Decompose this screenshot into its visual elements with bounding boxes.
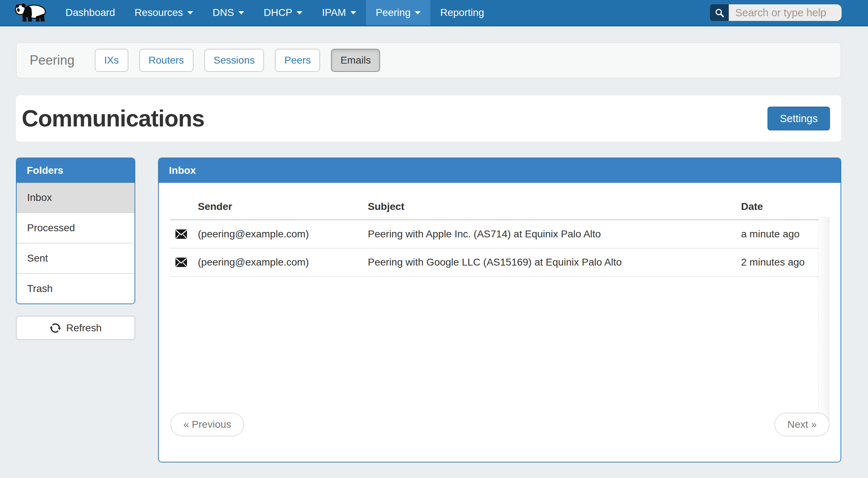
email-sender: (peering@example.com): [198, 220, 368, 248]
folder-item-inbox[interactable]: Inbox: [17, 183, 135, 212]
page-header-panel: Communications Settings: [16, 95, 841, 142]
folder-item-processed[interactable]: Processed: [17, 212, 135, 243]
nav-label: Peering: [376, 7, 411, 18]
toolbar-title: Peering: [30, 53, 75, 68]
refresh-button[interactable]: Refresh: [16, 316, 135, 340]
next-page-button[interactable]: Next »: [774, 413, 830, 436]
caret-down-icon: [297, 11, 302, 14]
caret-down-icon: [415, 11, 421, 14]
previous-page-button[interactable]: « Previous: [170, 413, 244, 436]
tab-routers[interactable]: Routers: [139, 49, 193, 72]
email-row[interactable]: (peering@example.com) Peering with Googl…: [170, 248, 820, 276]
email-table: Sender Subject Date: [170, 192, 820, 277]
column-sender: Sender: [198, 192, 368, 220]
folders-panel: Folders Inbox Processed Sent Trash: [16, 158, 135, 304]
peering-toolbar: Peering IXs Routers Sessions Peers Email…: [16, 42, 841, 78]
nav-item-ipam[interactable]: IPAM: [312, 0, 366, 25]
email-date: a minute ago: [741, 220, 820, 248]
nav-label: DHCP: [264, 7, 292, 18]
search-group: [710, 4, 842, 21]
caret-down-icon: [350, 11, 356, 14]
table-header-row: Sender Subject Date: [170, 192, 820, 220]
tab-peers[interactable]: Peers: [275, 49, 320, 72]
search-icon: [715, 8, 724, 18]
nav-label: Resources: [135, 7, 183, 18]
tab-sessions[interactable]: Sessions: [204, 49, 264, 72]
search-button[interactable]: [710, 4, 729, 21]
caret-down-icon: [238, 11, 244, 14]
top-navbar: Dashboard Resources DNS DHCP IPAM Peerin…: [0, 0, 868, 26]
email-icon-cell: [170, 220, 198, 248]
folder-item-trash[interactable]: Trash: [17, 273, 135, 303]
tab-emails[interactable]: Emails: [331, 49, 380, 72]
search-input[interactable]: [729, 4, 842, 21]
email-subject: Peering with Apple Inc. (AS714) at Equin…: [368, 220, 741, 248]
nav-item-reporting[interactable]: Reporting: [430, 0, 494, 25]
scrollbar-track[interactable]: [818, 217, 829, 426]
folder-item-sent[interactable]: Sent: [17, 243, 135, 273]
envelope-icon: [175, 258, 187, 267]
inbox-body: Sender Subject Date: [159, 183, 841, 462]
envelope-icon: [175, 229, 187, 239]
folders-panel-title: Folders: [17, 158, 135, 183]
refresh-icon: [50, 322, 61, 334]
email-subject: Peering with Google LLC (AS15169) at Equ…: [368, 248, 741, 276]
nav-item-dns[interactable]: DNS: [203, 0, 254, 25]
email-sender: (peering@example.com): [198, 248, 368, 276]
nav-label: IPAM: [322, 7, 346, 18]
nav-label: Dashboard: [65, 7, 115, 18]
email-icon-cell: [170, 248, 198, 276]
nav-label: DNS: [213, 7, 234, 18]
settings-button[interactable]: Settings: [767, 107, 830, 130]
column-icon: [170, 192, 198, 220]
inbox-main: Inbox Sender Subject Date: [158, 158, 841, 462]
nav-item-dashboard[interactable]: Dashboard: [56, 0, 125, 25]
column-date: Date: [741, 192, 820, 220]
main-menu: Dashboard Resources DNS DHCP IPAM Peerin…: [56, 0, 494, 25]
nav-item-peering[interactable]: Peering: [366, 0, 431, 25]
column-subject: Subject: [368, 192, 741, 220]
caret-down-icon: [187, 11, 193, 14]
inbox-panel: Inbox Sender Subject Date: [158, 158, 841, 462]
nav-item-resources[interactable]: Resources: [125, 0, 203, 25]
folders-sidebar: Folders Inbox Processed Sent Trash Refre…: [16, 158, 135, 340]
brand-logo[interactable]: [0, 0, 56, 25]
email-row[interactable]: (peering@example.com) Peering with Apple…: [170, 220, 820, 248]
panda-logo-icon: [13, 2, 51, 23]
nav-item-dhcp[interactable]: DHCP: [254, 0, 312, 25]
tab-ixs[interactable]: IXs: [95, 49, 128, 72]
page-title: Communications: [22, 105, 204, 132]
email-date: 2 minutes ago: [741, 248, 820, 276]
nav-label: Reporting: [440, 7, 484, 18]
inbox-panel-title: Inbox: [159, 158, 841, 183]
refresh-label: Refresh: [66, 322, 102, 334]
